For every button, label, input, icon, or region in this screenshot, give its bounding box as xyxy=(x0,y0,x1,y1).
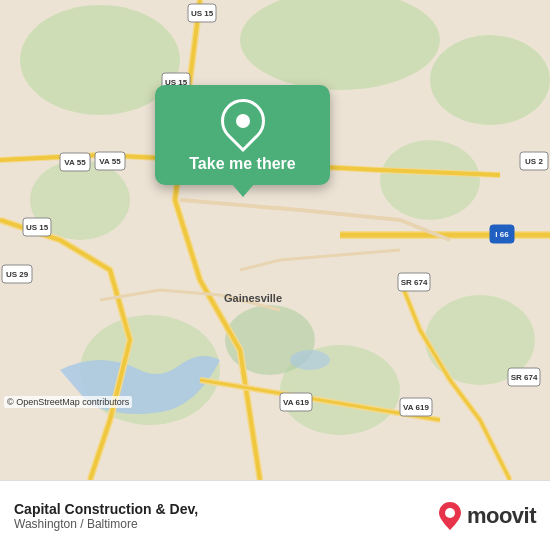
svg-text:SR 674: SR 674 xyxy=(401,278,428,287)
popup-tail xyxy=(231,183,255,197)
svg-text:US 15: US 15 xyxy=(26,223,49,232)
moovit-pin-icon xyxy=(439,502,461,530)
map-popup[interactable]: Take me there xyxy=(155,85,330,185)
moovit-branding: moovit xyxy=(439,502,536,530)
svg-point-10 xyxy=(290,350,330,370)
svg-text:VA 55: VA 55 xyxy=(64,158,86,167)
map-svg: US 15 VA 55 US 15 US 15 VA 55 US 29 SR 6… xyxy=(0,0,550,480)
svg-text:I 66: I 66 xyxy=(495,230,509,239)
company-name: Capital Construction & Dev, xyxy=(14,501,198,517)
moovit-logo: moovit xyxy=(439,502,536,530)
location-pin-icon xyxy=(211,90,273,152)
svg-text:VA 619: VA 619 xyxy=(283,398,309,407)
osm-credit-text: © OpenStreetMap contributors xyxy=(7,397,129,407)
location-info: Capital Construction & Dev, Washington /… xyxy=(14,501,198,531)
svg-point-36 xyxy=(445,508,455,518)
svg-text:US 15: US 15 xyxy=(191,9,214,18)
osm-copyright: © OpenStreetMap contributors xyxy=(4,396,132,408)
svg-point-3 xyxy=(430,35,550,125)
svg-text:US 29: US 29 xyxy=(6,270,29,279)
svg-text:SR 674: SR 674 xyxy=(511,373,538,382)
bottom-bar: Capital Construction & Dev, Washington /… xyxy=(0,480,550,550)
pin-inner xyxy=(236,114,250,128)
moovit-text: moovit xyxy=(467,503,536,529)
location-region: Washington / Baltimore xyxy=(14,517,198,531)
map-area: US 15 VA 55 US 15 US 15 VA 55 US 29 SR 6… xyxy=(0,0,550,480)
svg-point-5 xyxy=(380,140,480,220)
svg-text:VA 55: VA 55 xyxy=(99,157,121,166)
svg-text:VA 619: VA 619 xyxy=(403,403,429,412)
svg-text:US 2: US 2 xyxy=(525,157,543,166)
svg-text:Gainesville: Gainesville xyxy=(224,292,282,304)
take-me-there-button[interactable]: Take me there xyxy=(189,155,295,173)
